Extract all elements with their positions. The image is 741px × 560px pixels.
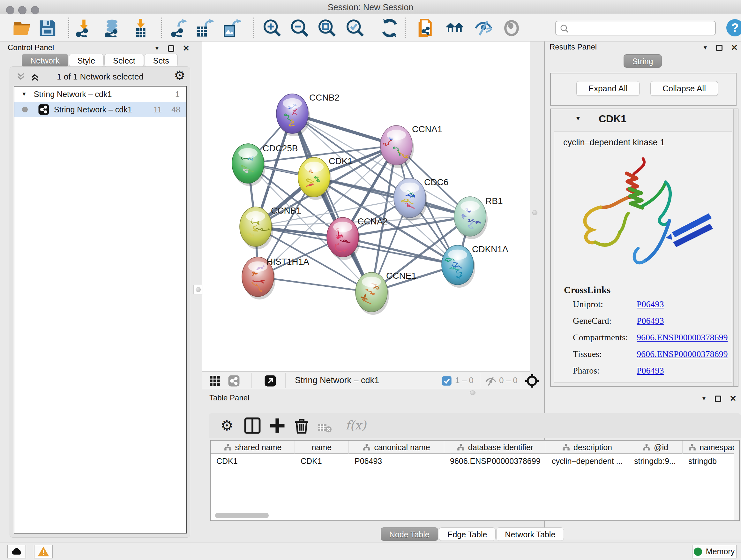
table-toolbar: ⚙ f(x)	[209, 413, 741, 438]
import-network-file-icon[interactable]	[75, 19, 93, 37]
node-CDK1[interactable]	[298, 158, 332, 200]
cloud-status-button[interactable]	[7, 545, 26, 558]
create-column-icon[interactable]	[269, 417, 286, 434]
table-cell[interactable]: CDK1	[211, 454, 295, 468]
float-panel-icon[interactable]	[716, 45, 723, 51]
network-row[interactable]: String Network – cdk1 11 48	[14, 102, 186, 117]
collapse-all-button[interactable]: Collapse All	[650, 81, 718, 96]
memory-label: Memory	[706, 547, 735, 556]
gene-header-row[interactable]: ▼ CDK1	[551, 109, 738, 129]
node-CCNE1[interactable]	[355, 272, 389, 315]
panel-menu-icon[interactable]: ▼	[701, 395, 706, 402]
import-table-icon[interactable]	[131, 19, 150, 37]
column-header[interactable]: description	[546, 441, 628, 454]
tab-edge-table[interactable]: Edge Table	[439, 527, 496, 541]
float-panel-icon[interactable]	[715, 395, 721, 402]
hidden-eye-icon[interactable]	[485, 375, 496, 387]
export-table-icon[interactable]	[195, 19, 214, 37]
help-icon[interactable]: ?	[726, 19, 741, 37]
right-splitter-handle[interactable]	[531, 208, 539, 217]
column-header[interactable]: database identifier	[444, 441, 546, 454]
node-CCNB1[interactable]	[240, 207, 273, 249]
network-options-gear-icon[interactable]: ⚙	[174, 68, 185, 83]
node-CCNB2[interactable]	[276, 94, 310, 136]
network-view-icon[interactable]	[228, 375, 240, 387]
close-panel-icon[interactable]: ✕	[730, 394, 737, 403]
crosslink-row: Pharos:P06493	[573, 366, 729, 378]
float-panel-icon[interactable]	[168, 45, 174, 52]
tab-node-table[interactable]: Node Table	[381, 527, 438, 541]
column-header[interactable]: name	[295, 441, 349, 454]
expand-all-button[interactable]: Expand All	[576, 81, 639, 96]
tab-select[interactable]: Select	[105, 54, 144, 67]
node-label-CDKN1A: CDKN1A	[472, 244, 509, 254]
refresh-icon[interactable]	[381, 19, 399, 37]
open-file-icon[interactable]	[13, 19, 31, 37]
network-canvas[interactable]: CCNB2CCNA1CDC25BCDK1CDC6RB1CCNB1CCNA2CDK…	[202, 42, 530, 371]
column-header[interactable]: @id	[628, 441, 683, 454]
table-cell[interactable]: stringdb:9...	[628, 454, 683, 468]
save-session-icon[interactable]	[38, 19, 57, 37]
node-CDKN1A[interactable]	[442, 245, 475, 288]
table-cell[interactable]: P06493	[349, 454, 444, 468]
export-network-icon[interactable]	[170, 19, 188, 37]
left-splitter-handle[interactable]	[193, 285, 203, 294]
selected-checkbox-icon[interactable]	[442, 376, 452, 386]
node-RB1[interactable]	[454, 197, 488, 239]
table-cell[interactable]: stringdb	[683, 454, 740, 468]
tab-network[interactable]: Network	[22, 54, 68, 67]
hide-panels-icon[interactable]	[474, 19, 493, 37]
import-network-database-icon[interactable]	[103, 19, 121, 37]
string-import-icon[interactable]	[415, 19, 434, 37]
column-header[interactable]: canonical name	[349, 441, 444, 454]
crosslink-value[interactable]: P06493	[636, 366, 664, 376]
grid-view-icon[interactable]	[209, 375, 221, 387]
table-cell[interactable]: CDK1	[295, 454, 349, 468]
node-CDC6[interactable]	[394, 178, 427, 221]
network-panel-body: 1 of 1 Network selected ⚙ ▼ String Netwo…	[10, 66, 190, 538]
crosslink-value[interactable]: 9606.ENSP00000378699	[636, 349, 728, 359]
tab-network-table[interactable]: Network Table	[496, 527, 564, 541]
search-input[interactable]	[572, 23, 713, 34]
delete-column-icon[interactable]	[293, 417, 310, 434]
table-options-gear-icon[interactable]: ⚙	[218, 417, 235, 434]
zoom-out-icon[interactable]	[290, 19, 309, 37]
gene-collapse-icon[interactable]: ▼	[575, 115, 581, 122]
memory-button[interactable]: Memory	[692, 545, 737, 558]
home-icon[interactable]	[446, 19, 464, 37]
crosslink-value[interactable]: P06493	[636, 299, 664, 309]
column-header[interactable]: shared name	[211, 441, 295, 454]
table-cell[interactable]: cyclin–dependent ...	[546, 454, 628, 468]
column-header[interactable]: namespace	[683, 441, 740, 454]
close-panel-icon[interactable]: ✕	[731, 43, 738, 53]
panel-menu-icon[interactable]: ▼	[154, 45, 159, 52]
panel-menu-icon[interactable]: ▼	[702, 45, 708, 51]
node-CCNA2[interactable]	[327, 217, 360, 260]
open-in-window-icon[interactable]	[264, 375, 276, 387]
network-collection-row[interactable]: ▼ String Network – cdk1 1	[14, 86, 186, 102]
crosslink-value[interactable]: P06493	[636, 316, 664, 326]
crosslink-value[interactable]: 9606.ENSP00000378699	[636, 332, 728, 343]
table-row[interactable]: CDK1CDK1P064939606.ENSP00000378699cyclin…	[211, 454, 739, 468]
zoom-fit-icon[interactable]	[318, 19, 336, 37]
table-tabs: Node TableEdge TableNetwork Table	[204, 527, 741, 541]
zoom-selected-icon[interactable]	[346, 19, 364, 37]
export-image-icon[interactable]	[223, 19, 241, 37]
table-cell[interactable]: 9606.ENSP00000378699	[444, 454, 546, 468]
function-builder-icon[interactable]: f(x)	[341, 417, 370, 434]
delete-table-icon[interactable]	[317, 419, 332, 436]
show-panel-icon[interactable]	[502, 19, 521, 37]
tab-style[interactable]: Style	[69, 54, 104, 67]
birds-eye-view-icon[interactable]	[525, 374, 539, 388]
tab-sets[interactable]: Sets	[145, 54, 178, 67]
toolbar-separator	[405, 17, 406, 38]
zoom-in-icon[interactable]	[263, 19, 281, 37]
warning-status-button[interactable]	[34, 545, 53, 558]
table-hscrollbar[interactable]	[211, 512, 735, 519]
table-vscrollbar[interactable]	[734, 441, 739, 520]
tab-string[interactable]: String	[623, 54, 662, 68]
collection-expand-icon[interactable]: ▼	[21, 91, 27, 98]
results-scrollbar[interactable]	[733, 109, 738, 386]
close-panel-icon[interactable]: ✕	[183, 44, 190, 53]
show-columns-icon[interactable]	[244, 417, 261, 434]
